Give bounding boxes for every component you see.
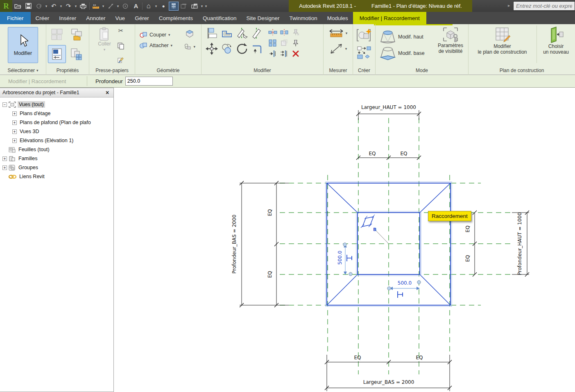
expand-icon[interactable]: + xyxy=(12,111,17,116)
modify-button[interactable]: Modifier xyxy=(8,27,38,63)
panel-label-mesurer[interactable]: Mesurer xyxy=(324,66,353,75)
panel-label-modifier[interactable]: Modifier xyxy=(201,66,323,75)
measure-linear-icon[interactable] xyxy=(329,28,344,39)
dimension-grip[interactable] xyxy=(417,281,421,284)
edit-work-plane-button[interactable]: Modifierle plan de construction xyxy=(470,25,535,66)
measure-linear-caret-icon[interactable]: ▾ xyxy=(346,31,348,35)
align-icon[interactable] xyxy=(206,27,218,39)
dimension-grip[interactable] xyxy=(387,287,391,290)
tab-modifier-raccordement[interactable]: Modifier | Raccordement xyxy=(353,12,426,24)
eq-label[interactable]: EQ xyxy=(400,151,407,156)
temp-dim-value-h[interactable]: 500.0 xyxy=(398,280,412,286)
tab-complements[interactable]: Compléments xyxy=(154,12,198,24)
tree-item-familles[interactable]: + Familles xyxy=(2,154,113,163)
eq-label[interactable]: EQ xyxy=(354,355,361,360)
measure-between-caret-icon[interactable]: ▾ xyxy=(345,47,347,51)
panel-label-presse-papiers[interactable]: Presse-papiers xyxy=(89,66,135,75)
match-type-icon[interactable] xyxy=(117,57,125,64)
project-browser-header[interactable]: Arborescence du projet - Famille1 × xyxy=(0,88,113,97)
panel-label-proprietes[interactable]: Propriétés xyxy=(46,66,89,75)
visibility-settings-button[interactable]: Paramètresde visibilité xyxy=(435,26,466,54)
expand-icon[interactable]: + xyxy=(2,156,7,161)
infocenter-arrow-icon[interactable]: ▸ xyxy=(508,3,510,8)
aligned-dimension-icon[interactable] xyxy=(105,1,116,11)
reference-planes[interactable] xyxy=(280,118,512,374)
expand-icon[interactable]: + xyxy=(12,120,17,125)
rotate-icon[interactable] xyxy=(236,43,248,55)
dimension-grip[interactable] xyxy=(349,272,352,276)
work-plane-symbol[interactable]: B xyxy=(361,215,388,243)
tree-item-vues[interactable]: − Vues (tout) xyxy=(2,100,113,109)
tree-item-liens-revit[interactable]: Liens Revit xyxy=(2,172,113,181)
family-category-icon[interactable] xyxy=(68,45,86,63)
dim-largeur-haut[interactable]: Largeur_HAUT = 1000 xyxy=(361,104,416,110)
dimension-caret-icon[interactable]: ▾ xyxy=(116,4,120,8)
properties-palette-icon[interactable] xyxy=(48,45,66,63)
tab-modules[interactable]: Modules xyxy=(322,12,353,24)
tree-item-elevations[interactable]: + Elévations (Elévation 1) xyxy=(2,136,113,145)
print-icon[interactable] xyxy=(78,1,88,11)
eq-label[interactable]: EQ xyxy=(267,271,273,278)
paint-icon[interactable] xyxy=(185,29,195,39)
switch-windows-caret-icon[interactable]: ▾ xyxy=(200,4,204,8)
expand-icon[interactable]: + xyxy=(12,129,17,134)
customize-qat-icon[interactable]: ▾ xyxy=(204,4,208,8)
panel-label-mode[interactable]: Mode xyxy=(376,66,468,75)
eq-label[interactable]: EQ xyxy=(369,151,376,156)
array-icon[interactable] xyxy=(269,39,277,47)
joins-options-icon[interactable] xyxy=(184,43,191,50)
close-hidden-windows-icon[interactable] xyxy=(179,1,189,11)
tab-site-designer[interactable]: Site Designer xyxy=(242,12,285,24)
search-input[interactable] xyxy=(513,1,575,11)
trim-extend-single-icon[interactable] xyxy=(269,50,277,57)
tab-gerer[interactable]: Gérer xyxy=(130,12,154,24)
copy-element-icon[interactable] xyxy=(221,43,233,55)
cut-geometry-caret-icon[interactable]: ▾ xyxy=(168,33,170,37)
tab-inserer[interactable]: Insérer xyxy=(54,12,81,24)
joins-options-caret-icon[interactable]: ▾ xyxy=(193,45,195,49)
panel-label-creer[interactable]: Créer xyxy=(353,66,375,75)
family-types-icon[interactable] xyxy=(48,25,66,43)
trim-extend-multiple-icon[interactable] xyxy=(280,50,288,57)
thin-lines-icon[interactable] xyxy=(169,2,179,11)
undo-caret-icon[interactable]: ▾ xyxy=(59,4,63,8)
measure-between-refs-icon[interactable] xyxy=(329,43,343,55)
close-icon[interactable]: × xyxy=(104,89,111,96)
temp-dimension-vertical[interactable]: 500.0 xyxy=(337,243,352,276)
delete-icon[interactable] xyxy=(292,50,299,57)
create-similar-icon[interactable] xyxy=(357,46,371,60)
create-group-icon[interactable] xyxy=(356,28,372,43)
redo-caret-icon[interactable]: ▾ xyxy=(74,4,78,8)
3d-view-caret-icon[interactable]: ▾ xyxy=(154,4,158,8)
move-icon[interactable] xyxy=(206,43,218,55)
align-distribute-h-icon[interactable] xyxy=(268,29,277,36)
unpin-icon[interactable] xyxy=(292,29,300,36)
tab-quantification[interactable]: Quantification xyxy=(198,12,242,24)
trim-extend-corner-icon[interactable] xyxy=(251,43,263,55)
new-family-icon[interactable] xyxy=(68,25,86,43)
eq-label[interactable]: EQ xyxy=(465,225,471,232)
undo-icon[interactable]: ↶ xyxy=(48,1,59,11)
panel-label-plan-construction[interactable]: Plan de construction xyxy=(469,66,575,75)
tag-icon[interactable] xyxy=(120,1,131,11)
sync-icon[interactable] xyxy=(34,1,44,11)
revit-logo-icon[interactable]: R xyxy=(0,0,12,12)
profondeur-input[interactable] xyxy=(125,77,173,86)
text-icon[interactable]: A xyxy=(131,1,141,11)
dimensions[interactable] xyxy=(240,110,529,391)
pin-icon[interactable] xyxy=(292,39,299,47)
join-geometry-caret-icon[interactable]: ▾ xyxy=(171,43,173,48)
tab-creer[interactable]: Créer xyxy=(31,12,54,24)
eq-label[interactable]: EQ xyxy=(465,255,471,262)
panel-label-geometrie[interactable]: Géométrie xyxy=(135,66,201,75)
open-icon[interactable] xyxy=(12,1,23,11)
switch-windows-icon[interactable] xyxy=(189,1,200,11)
scale-icon[interactable] xyxy=(280,39,288,47)
cut-icon[interactable]: ✂ xyxy=(117,27,125,34)
tab-twinmotion[interactable]: Twinmotion xyxy=(285,12,322,24)
sync-caret-icon[interactable]: ▾ xyxy=(44,4,48,8)
join-geometry-icon[interactable] xyxy=(139,42,147,49)
tab-annoter[interactable]: Annoter xyxy=(81,12,110,24)
eq-label[interactable]: EQ xyxy=(267,209,273,216)
drawing-area[interactable]: Largeur_HAUT = 1000 EQ EQ Profondeur_BAS… xyxy=(115,88,575,392)
